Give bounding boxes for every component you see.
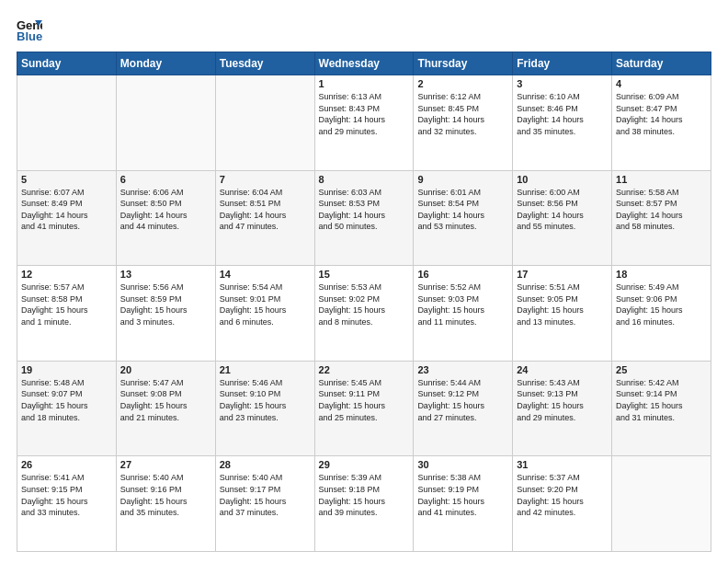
- calendar-cell: [215, 75, 314, 171]
- day-info: Sunrise: 6:10 AM Sunset: 8:46 PM Dayligh…: [517, 91, 608, 137]
- calendar-cell: 15Sunrise: 5:53 AM Sunset: 9:02 PM Dayli…: [314, 266, 414, 362]
- calendar-cell: 14Sunrise: 5:54 AM Sunset: 9:01 PM Dayli…: [215, 266, 314, 362]
- calendar-cell: 25Sunrise: 5:42 AM Sunset: 9:14 PM Dayli…: [612, 361, 711, 456]
- calendar-cell: 4Sunrise: 6:09 AM Sunset: 8:47 PM Daylig…: [612, 75, 711, 171]
- day-info: Sunrise: 5:58 AM Sunset: 8:57 PM Dayligh…: [616, 187, 707, 233]
- day-info: Sunrise: 5:47 AM Sunset: 9:08 PM Dayligh…: [120, 377, 211, 423]
- day-number: 6: [120, 174, 211, 185]
- calendar-cell: 18Sunrise: 5:49 AM Sunset: 9:06 PM Dayli…: [612, 266, 711, 362]
- calendar-cell: 20Sunrise: 5:47 AM Sunset: 9:08 PM Dayli…: [116, 361, 215, 456]
- weekday-header-friday: Friday: [513, 52, 612, 75]
- calendar-cell: 1Sunrise: 6:13 AM Sunset: 8:43 PM Daylig…: [314, 75, 414, 171]
- calendar-cell: 13Sunrise: 5:56 AM Sunset: 8:59 PM Dayli…: [116, 266, 215, 362]
- day-number: 12: [21, 269, 112, 280]
- calendar-cell: 12Sunrise: 5:57 AM Sunset: 8:58 PM Dayli…: [17, 266, 117, 362]
- calendar-cell: 19Sunrise: 5:48 AM Sunset: 9:07 PM Dayli…: [17, 361, 117, 456]
- day-number: 5: [21, 174, 112, 185]
- calendar-cell: 10Sunrise: 6:00 AM Sunset: 8:56 PM Dayli…: [513, 170, 612, 266]
- weekday-header-thursday: Thursday: [414, 52, 513, 75]
- day-number: 19: [21, 364, 112, 375]
- calendar-cell: 23Sunrise: 5:44 AM Sunset: 9:12 PM Dayli…: [414, 361, 513, 456]
- calendar-cell: 5Sunrise: 6:07 AM Sunset: 8:49 PM Daylig…: [17, 170, 117, 266]
- calendar-cell: 6Sunrise: 6:06 AM Sunset: 8:50 PM Daylig…: [116, 170, 215, 266]
- calendar-cell: 8Sunrise: 6:03 AM Sunset: 8:53 PM Daylig…: [314, 170, 414, 266]
- day-info: Sunrise: 5:42 AM Sunset: 9:14 PM Dayligh…: [616, 377, 707, 423]
- calendar-cell: 9Sunrise: 6:01 AM Sunset: 8:54 PM Daylig…: [414, 170, 513, 266]
- day-number: 2: [417, 78, 508, 89]
- day-info: Sunrise: 5:45 AM Sunset: 9:11 PM Dayligh…: [319, 377, 410, 423]
- day-info: Sunrise: 5:40 AM Sunset: 9:17 PM Dayligh…: [220, 472, 311, 518]
- weekday-header-row: SundayMondayTuesdayWednesdayThursdayFrid…: [17, 52, 711, 75]
- day-info: Sunrise: 5:44 AM Sunset: 9:12 PM Dayligh…: [417, 377, 508, 423]
- calendar-cell: 16Sunrise: 5:52 AM Sunset: 9:03 PM Dayli…: [414, 266, 513, 362]
- day-info: Sunrise: 6:07 AM Sunset: 8:49 PM Dayligh…: [21, 187, 112, 233]
- day-info: Sunrise: 5:46 AM Sunset: 9:10 PM Dayligh…: [220, 377, 311, 423]
- calendar-cell: 30Sunrise: 5:38 AM Sunset: 9:19 PM Dayli…: [414, 456, 513, 552]
- calendar-cell: 29Sunrise: 5:39 AM Sunset: 9:18 PM Dayli…: [314, 456, 414, 552]
- calendar-cell: 27Sunrise: 5:40 AM Sunset: 9:16 PM Dayli…: [116, 456, 215, 552]
- logo-icon: General Blue: [17, 17, 42, 42]
- calendar-cell: 2Sunrise: 6:12 AM Sunset: 8:45 PM Daylig…: [414, 75, 513, 171]
- header: General Blue: [17, 17, 711, 42]
- day-number: 1: [319, 78, 410, 89]
- day-number: 11: [616, 174, 707, 185]
- day-number: 21: [220, 364, 311, 375]
- day-number: 10: [517, 174, 608, 185]
- calendar-cell: 22Sunrise: 5:45 AM Sunset: 9:11 PM Dayli…: [314, 361, 414, 456]
- weekday-header-wednesday: Wednesday: [314, 52, 414, 75]
- logo: General Blue: [17, 17, 46, 42]
- day-number: 15: [319, 269, 410, 280]
- calendar-cell: 24Sunrise: 5:43 AM Sunset: 9:13 PM Dayli…: [513, 361, 612, 456]
- weekday-header-sunday: Sunday: [17, 52, 117, 75]
- day-info: Sunrise: 5:38 AM Sunset: 9:19 PM Dayligh…: [417, 472, 508, 518]
- day-info: Sunrise: 6:04 AM Sunset: 8:51 PM Dayligh…: [220, 187, 311, 233]
- day-info: Sunrise: 5:53 AM Sunset: 9:02 PM Dayligh…: [319, 282, 410, 327]
- day-info: Sunrise: 5:41 AM Sunset: 9:15 PM Dayligh…: [21, 472, 112, 518]
- day-number: 7: [220, 174, 311, 185]
- day-number: 16: [417, 269, 508, 280]
- calendar-week-2: 5Sunrise: 6:07 AM Sunset: 8:49 PM Daylig…: [17, 170, 711, 266]
- day-number: 20: [120, 364, 211, 375]
- day-number: 4: [616, 78, 707, 89]
- day-number: 28: [220, 459, 311, 470]
- calendar-cell: [17, 75, 117, 171]
- day-info: Sunrise: 5:51 AM Sunset: 9:05 PM Dayligh…: [517, 282, 608, 327]
- day-info: Sunrise: 6:06 AM Sunset: 8:50 PM Dayligh…: [120, 187, 211, 233]
- day-number: 13: [120, 269, 211, 280]
- day-number: 29: [319, 459, 410, 470]
- day-info: Sunrise: 6:12 AM Sunset: 8:45 PM Dayligh…: [417, 91, 508, 137]
- day-info: Sunrise: 5:56 AM Sunset: 8:59 PM Dayligh…: [120, 282, 211, 327]
- day-info: Sunrise: 5:43 AM Sunset: 9:13 PM Dayligh…: [517, 377, 608, 423]
- weekday-header-tuesday: Tuesday: [215, 52, 314, 75]
- calendar-cell: [612, 456, 711, 552]
- calendar-cell: 11Sunrise: 5:58 AM Sunset: 8:57 PM Dayli…: [612, 170, 711, 266]
- day-info: Sunrise: 5:48 AM Sunset: 9:07 PM Dayligh…: [21, 377, 112, 423]
- day-number: 14: [220, 269, 311, 280]
- calendar-cell: 17Sunrise: 5:51 AM Sunset: 9:05 PM Dayli…: [513, 266, 612, 362]
- day-number: 24: [517, 364, 608, 375]
- calendar-cell: 31Sunrise: 5:37 AM Sunset: 9:20 PM Dayli…: [513, 456, 612, 552]
- calendar-cell: 26Sunrise: 5:41 AM Sunset: 9:15 PM Dayli…: [17, 456, 117, 552]
- calendar-week-5: 26Sunrise: 5:41 AM Sunset: 9:15 PM Dayli…: [17, 456, 711, 552]
- day-number: 22: [319, 364, 410, 375]
- calendar-cell: 7Sunrise: 6:04 AM Sunset: 8:51 PM Daylig…: [215, 170, 314, 266]
- weekday-header-monday: Monday: [116, 52, 215, 75]
- day-number: 31: [517, 459, 608, 470]
- day-number: 27: [120, 459, 211, 470]
- day-info: Sunrise: 6:09 AM Sunset: 8:47 PM Dayligh…: [616, 91, 707, 137]
- day-info: Sunrise: 5:39 AM Sunset: 9:18 PM Dayligh…: [319, 472, 410, 518]
- day-info: Sunrise: 5:54 AM Sunset: 9:01 PM Dayligh…: [220, 282, 311, 327]
- calendar-table: SundayMondayTuesdayWednesdayThursdayFrid…: [17, 52, 711, 552]
- calendar-cell: [116, 75, 215, 171]
- day-info: Sunrise: 6:00 AM Sunset: 8:56 PM Dayligh…: [517, 187, 608, 233]
- day-info: Sunrise: 5:37 AM Sunset: 9:20 PM Dayligh…: [517, 472, 608, 518]
- day-info: Sunrise: 5:49 AM Sunset: 9:06 PM Dayligh…: [616, 282, 707, 327]
- day-info: Sunrise: 5:52 AM Sunset: 9:03 PM Dayligh…: [417, 282, 508, 327]
- day-number: 17: [517, 269, 608, 280]
- day-number: 9: [417, 174, 508, 185]
- day-info: Sunrise: 5:57 AM Sunset: 8:58 PM Dayligh…: [21, 282, 112, 327]
- weekday-header-saturday: Saturday: [612, 52, 711, 75]
- day-info: Sunrise: 6:01 AM Sunset: 8:54 PM Dayligh…: [417, 187, 508, 233]
- day-info: Sunrise: 5:40 AM Sunset: 9:16 PM Dayligh…: [120, 472, 211, 518]
- page: General Blue SundayMondayTuesdayWednesda…: [0, 0, 728, 563]
